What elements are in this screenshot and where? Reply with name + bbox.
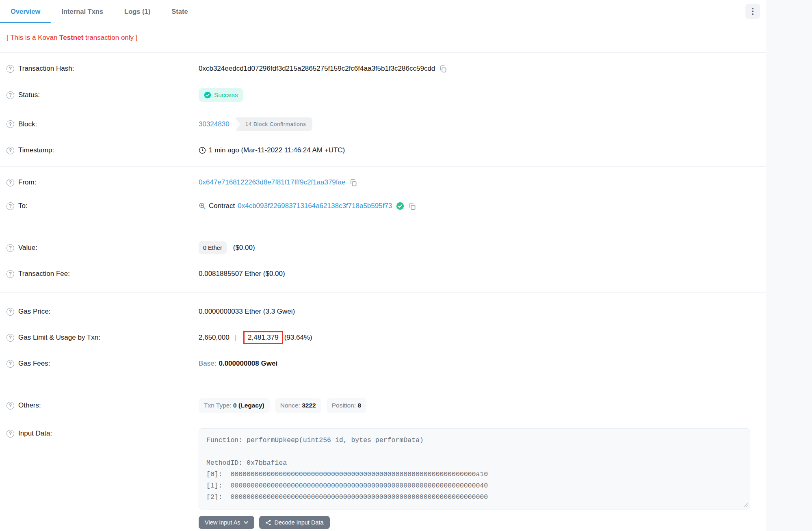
row-from: ? From: 0x647e7168122263d8e7f81f17fff9c2… [0, 171, 766, 194]
kebab-icon [752, 8, 754, 15]
input-data-textarea[interactable]: Function: performUpkeep(uint256 id, byte… [199, 428, 750, 509]
help-icon: ? [6, 430, 14, 438]
section-value-fee: ? Value: 0 Ether ($0.00) ? Transaction F… [0, 226, 766, 292]
position-key: Position: [332, 402, 356, 409]
value-label: Value: [18, 244, 37, 252]
section-overview-main: ? Transaction Hash: 0xcb324eedcd1d07296f… [0, 53, 766, 166]
verified-check-icon [396, 202, 404, 210]
to-label: To: [18, 202, 28, 210]
gas-used-highlight-box: 2,481,379 [243, 331, 283, 344]
input-data-actions: View Input As Decode Input Data [199, 516, 758, 529]
chevron-down-icon [244, 521, 248, 524]
gas-price-label: Gas Price: [18, 308, 50, 316]
help-icon: ? [6, 147, 14, 154]
copy-icon [439, 65, 447, 73]
transaction-details-card: Overview Internal Txns Logs (1) State [ … [0, 0, 766, 531]
txn-type-value: 0 (Legacy) [233, 402, 264, 409]
check-circle-icon [204, 91, 211, 99]
nonce-key: Nonce: [280, 402, 300, 409]
from-label: From: [18, 178, 36, 186]
help-icon: ? [6, 270, 14, 278]
transaction-hash-label: Transaction Hash: [18, 65, 74, 73]
gas-fees-base-value: 0.000000008 Gwei [219, 360, 277, 368]
section-others-input: ? Others: Txn Type: 0 (Legacy) Nonce: 32… [0, 383, 766, 531]
timestamp-value: 1 min ago (Mar-11-2022 11:46:24 AM +UTC) [209, 146, 345, 154]
others-label: Others: [18, 401, 41, 410]
help-icon: ? [6, 91, 14, 99]
row-gas-fees: ? Gas Fees: Base: 0.000000008 Gwei [0, 352, 766, 375]
gas-price-value: 0.0000000033 Ether (3.3 Gwei) [199, 308, 295, 316]
decode-input-data-label: Decode Input Data [275, 519, 324, 526]
view-input-as-label: View Input As [205, 519, 240, 526]
tab-bar: Overview Internal Txns Logs (1) State [0, 0, 766, 23]
testnet-note-prefix: [ This is a Kovan [6, 34, 59, 41]
timestamp-label: Timestamp: [18, 146, 54, 154]
row-transaction-hash: ? Transaction Hash: 0xcb324eedcd1d07296f… [0, 57, 766, 80]
help-icon: ? [6, 120, 14, 128]
gas-fees-label: Gas Fees: [18, 360, 50, 368]
decode-icon [265, 520, 271, 526]
status-label: Status: [18, 91, 40, 99]
transaction-fee-label: Transaction Fee: [18, 270, 70, 278]
txn-type-key: Txn Type: [204, 402, 232, 409]
block-number-link[interactable]: 30324830 [199, 120, 230, 128]
row-transaction-fee: ? Transaction Fee: 0.0081885507 Ether ($… [0, 262, 766, 286]
clock-icon [199, 147, 206, 154]
testnet-note: [ This is a Kovan Testnet transaction on… [0, 23, 766, 52]
nonce-badge: Nonce: 3222 [275, 398, 321, 413]
input-data-code: Function: performUpkeep(uint256 id, byte… [206, 435, 743, 503]
copy-from-address-button[interactable] [349, 179, 357, 186]
pipe-separator: | [234, 334, 236, 342]
to-kind: Contract [209, 202, 235, 210]
position-badge: Position: 8 [327, 398, 366, 413]
from-address-link[interactable]: 0x647e7168122263d8e7f81f17fff9c2f1aa379f… [199, 178, 345, 186]
tab-internal-txns[interactable]: Internal Txns [51, 0, 114, 23]
row-block: ? Block: 30324830 14 Block Confirmations [0, 110, 766, 139]
help-icon: ? [6, 179, 14, 186]
row-others: ? Others: Txn Type: 0 (Legacy) Nonce: 32… [0, 390, 766, 420]
row-gas-limit-usage: ? Gas Limit & Usage by Txn: 2,650,000 | … [0, 323, 766, 352]
gas-limit-label: Gas Limit & Usage by Txn: [18, 334, 100, 342]
section-addresses: ? From: 0x647e7168122263d8e7f81f17fff9c2… [0, 167, 766, 226]
row-value: ? Value: 0 Ether ($0.00) [0, 234, 766, 262]
copy-icon [349, 179, 357, 186]
more-options-button[interactable] [745, 4, 760, 19]
section-gas: ? Gas Price: 0.0000000033 Ether (3.3 Gwe… [0, 293, 766, 383]
copy-hash-button[interactable] [439, 65, 447, 73]
row-status: ? Status: Success [0, 80, 766, 110]
gas-fees-base-key: Base: [199, 360, 216, 368]
testnet-note-suffix: transaction only ] [83, 34, 137, 41]
row-input-data: ? Input Data: Function: performUpkeep(ui… [0, 420, 766, 531]
value-usd: ($0.00) [233, 244, 255, 252]
copy-to-address-button[interactable] [408, 202, 416, 210]
status-badge: Success [199, 88, 243, 102]
resize-grip-icon[interactable] [743, 503, 748, 507]
tab-logs[interactable]: Logs (1) [114, 0, 161, 23]
input-data-label: Input Data: [18, 429, 52, 438]
gas-used-percent: (93.64%) [284, 334, 312, 342]
help-icon: ? [6, 244, 14, 252]
block-label: Block: [18, 120, 37, 128]
position-value: 8 [357, 402, 361, 409]
decode-input-data-button[interactable]: Decode Input Data [259, 516, 330, 529]
help-icon: ? [6, 334, 14, 342]
to-contract-address-link[interactable]: 0x4cb093f226983713164a62138c3f718a5b595f… [238, 202, 392, 210]
row-gas-price: ? Gas Price: 0.0000000033 Ether (3.3 Gwe… [0, 300, 766, 323]
help-icon: ? [6, 360, 14, 368]
zoom-in-icon[interactable] [199, 202, 206, 210]
tab-state[interactable]: State [161, 0, 198, 23]
gas-used-value: 2,481,379 [248, 334, 279, 341]
help-icon: ? [6, 202, 14, 210]
status-text: Success [214, 91, 238, 99]
row-to: ? To: Contract 0x4cb093f226983713164a621… [0, 194, 766, 218]
help-icon: ? [6, 308, 14, 316]
nonce-value: 3222 [302, 402, 316, 409]
transaction-hash-value: 0xcb324eedcd1d07296fdf3d215a2865275f159c… [199, 65, 435, 73]
help-icon: ? [6, 402, 14, 410]
testnet-note-bold: Testnet [59, 34, 83, 41]
row-timestamp: ? Timestamp: 1 min ago (Mar-11-2022 11:4… [0, 139, 766, 162]
transaction-fee-value: 0.0081885507 Ether ($0.00) [199, 270, 285, 278]
txn-type-badge: Txn Type: 0 (Legacy) [199, 398, 270, 413]
view-input-as-button[interactable]: View Input As [199, 516, 254, 529]
tab-overview[interactable]: Overview [0, 0, 51, 23]
